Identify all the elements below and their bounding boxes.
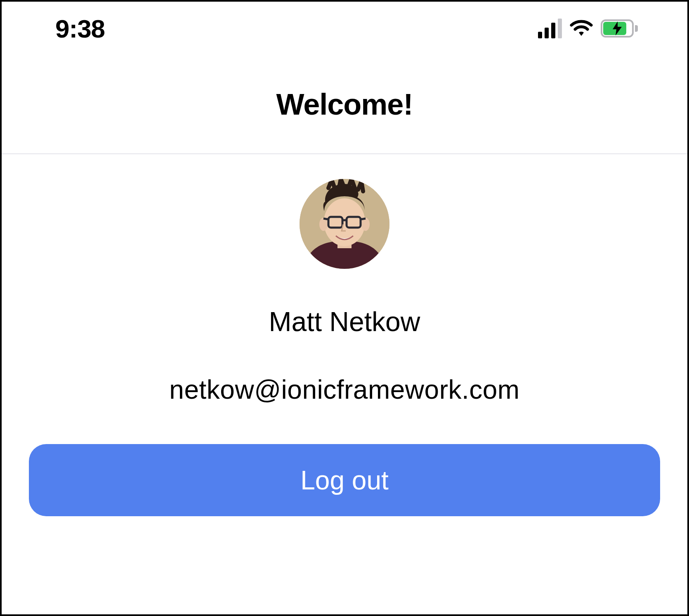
avatar: [300, 179, 389, 269]
svg-line-9: [361, 219, 366, 219]
cellular-icon: [538, 19, 562, 38]
wifi-icon: [569, 19, 593, 38]
page-title: Welcome!: [276, 87, 413, 121]
status-icons: [538, 19, 638, 38]
page-header: Welcome!: [2, 55, 687, 154]
app-screen: 9:38: [0, 0, 689, 616]
logout-button[interactable]: Log out: [29, 444, 660, 516]
battery-icon: [601, 19, 638, 38]
profile-content: Matt Netkow netkow@ionicframework.com Lo…: [2, 154, 687, 516]
status-bar: 9:38: [2, 2, 687, 55]
user-email: netkow@ionicframework.com: [169, 374, 519, 405]
logout-button-label: Log out: [300, 465, 389, 496]
svg-line-8: [323, 219, 328, 219]
status-time: 9:38: [55, 14, 105, 43]
user-name: Matt Netkow: [269, 306, 420, 337]
